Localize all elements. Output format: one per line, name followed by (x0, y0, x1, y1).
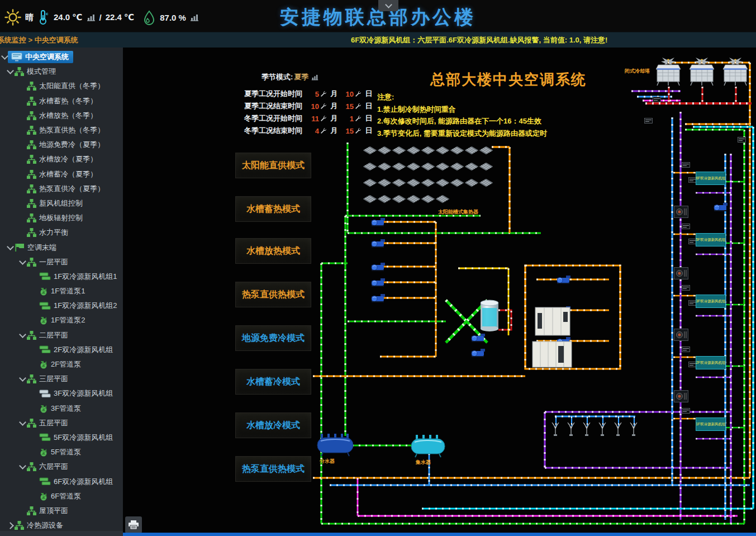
sidebar-item-21[interactable]: 2F管道泵 (0, 357, 123, 372)
chevron-down-icon[interactable] (19, 331, 26, 338)
sidebar-item-10[interactable]: 新风机组控制 (0, 196, 123, 211)
pump-symbol[interactable] (372, 218, 385, 226)
edit-wrench-icon[interactable] (355, 127, 362, 134)
panel-symbol[interactable] (436, 179, 449, 187)
pump-symbol[interactable] (472, 349, 485, 357)
panel-symbol[interactable] (392, 163, 406, 170)
sidebar-item-17[interactable]: 1F双冷源新风机组2 (0, 298, 123, 313)
sidebar-item-13[interactable]: 空调末端 (0, 240, 123, 254)
panel-symbol[interactable] (436, 195, 449, 203)
chevron-down-icon[interactable] (19, 419, 26, 426)
sidebar-item-4[interactable]: 水槽放热（冬季） (0, 108, 123, 123)
panel-symbol[interactable] (407, 163, 420, 170)
floor-ahu-box-3[interactable]: 2F双冷源新风机组 (696, 356, 726, 369)
panel-symbol[interactable] (407, 146, 420, 154)
sidebar-item-9[interactable]: 热泵直供冷（夏季） (0, 182, 123, 196)
mode-button-1[interactable]: 水槽蓄热模式 (235, 196, 311, 222)
sidebar-item-8[interactable]: 水槽蓄冷（夏季） (0, 167, 123, 182)
header-collapse-button[interactable] (378, 0, 398, 11)
mode-button-5[interactable]: 水槽蓄冷模式 (235, 369, 311, 395)
breadcrumb[interactable]: 系统监控 > 中央空调系统 (0, 35, 78, 45)
panel-symbol[interactable] (436, 146, 449, 154)
sidebar-item-27[interactable]: 5F管道泵 (0, 445, 123, 459)
schedule-month-value[interactable]: 11 (307, 115, 319, 123)
chevron-down-icon[interactable] (19, 462, 26, 469)
sidebar-item-26[interactable]: 5F双冷源新风机组 (0, 430, 123, 445)
edit-wrench-icon[interactable] (320, 115, 327, 122)
panel-symbol[interactable] (363, 195, 377, 203)
heat-pump-unit-b[interactable] (532, 341, 572, 367)
edit-wrench-icon[interactable] (355, 115, 362, 122)
chevron-down-icon[interactable] (7, 67, 14, 74)
sidebar-item-1[interactable]: 模式管理 (0, 64, 123, 79)
water-separator-tank[interactable] (317, 434, 353, 456)
chevron-down-icon[interactable] (19, 258, 26, 265)
panel-symbol[interactable] (378, 146, 391, 154)
floor-ahu-box-0[interactable]: 6F双冷源新风机组 (696, 172, 726, 185)
panel-symbol[interactable] (392, 195, 406, 203)
edit-wrench-icon[interactable] (320, 91, 327, 97)
water-collector-tank[interactable] (411, 435, 445, 457)
mode-button-2[interactable]: 水槽放热模式 (235, 238, 311, 264)
panel-symbol[interactable] (450, 146, 464, 154)
panel-symbol[interactable] (479, 179, 493, 187)
schedule-day-value[interactable]: 15 (341, 127, 354, 135)
sidebar-item-23[interactable]: 3F双冷源新风机组 (0, 386, 123, 401)
panel-symbol[interactable] (378, 179, 391, 187)
schedule-month-value[interactable]: 5 (307, 90, 319, 98)
sidebar-item-28[interactable]: 六层平面 (0, 459, 123, 474)
sidebar-item-29[interactable]: 6F双冷源新风机组 (0, 474, 123, 488)
sidebar-item-14[interactable]: 一层平面 (0, 255, 123, 269)
pump-symbol[interactable] (372, 294, 385, 302)
sidebar-item-32[interactable]: 冷热源设备 (0, 518, 123, 531)
schedule-day-value[interactable]: 10 (341, 90, 354, 98)
selected-node-highlight[interactable]: 中央空调系统 (8, 51, 73, 63)
storage-tank[interactable] (481, 300, 498, 331)
heat-pump-unit-a[interactable] (535, 307, 570, 335)
chevron-right-icon[interactable] (7, 522, 14, 529)
panel-symbol[interactable] (392, 179, 406, 187)
sidebar-item-20[interactable]: 2F双冷源新风机组 (0, 343, 123, 357)
pump-symbol[interactable] (372, 278, 385, 287)
panel-symbol[interactable] (407, 179, 420, 187)
sidebar-item-25[interactable]: 五层平面 (0, 416, 123, 430)
schedule-month-value[interactable]: 10 (307, 102, 319, 111)
sidebar-item-16[interactable]: 1F管道泵1 (0, 284, 123, 298)
panel-symbol[interactable] (421, 195, 435, 203)
chevron-down-icon[interactable] (1, 53, 8, 60)
panel-symbol[interactable] (363, 163, 377, 170)
fanbox-symbol[interactable] (674, 206, 688, 218)
sidebar-item-2[interactable]: 太阳能直供（冬季） (0, 79, 123, 93)
mode-button-7[interactable]: 热泵直供热模式 (235, 456, 311, 482)
schedule-month-value[interactable]: 4 (307, 127, 319, 135)
panel-symbol[interactable] (465, 163, 478, 170)
sidebar-item-11[interactable]: 地板辐射控制 (0, 211, 123, 225)
fanbox-symbol[interactable] (674, 268, 688, 279)
sidebar-item-19[interactable]: 二层平面 (0, 328, 123, 343)
edit-wrench-icon[interactable] (320, 127, 327, 134)
fanbox-symbol[interactable] (674, 329, 688, 341)
sidebar-item-18[interactable]: 1F管道泵2 (0, 313, 123, 328)
mode-button-4[interactable]: 地源免费冷模式 (235, 325, 311, 351)
panel-symbol[interactable] (421, 163, 435, 170)
pump-symbol[interactable] (372, 263, 385, 271)
edit-wrench-icon[interactable] (355, 91, 362, 97)
panel-symbol[interactable] (378, 195, 391, 203)
floor-ahu-box-4[interactable]: 1F双冷源新风机组 (696, 418, 726, 431)
panel-symbol[interactable] (479, 163, 493, 170)
fanbox-symbol[interactable] (674, 391, 688, 402)
panel-symbol[interactable] (421, 179, 435, 187)
trend-chart-icon[interactable] (311, 74, 318, 80)
mode-button-6[interactable]: 水槽放冷模式 (235, 412, 311, 438)
panel-symbol[interactable] (465, 179, 478, 187)
panel-symbol[interactable] (392, 146, 406, 154)
panel-symbol[interactable] (363, 179, 377, 187)
print-button[interactable] (125, 516, 142, 533)
floor-ahu-box-2[interactable]: 3F双冷源新风机组 (696, 295, 726, 308)
panel-symbol[interactable] (421, 146, 435, 154)
sidebar-item-0[interactable]: 中央空调系统 (0, 50, 123, 64)
pump-symbol[interactable] (557, 276, 570, 284)
sidebar-item-12[interactable]: 水力平衡 (0, 225, 123, 240)
panel-symbol[interactable] (378, 163, 391, 170)
sidebar-item-3[interactable]: 水槽蓄热（冬季） (0, 94, 123, 108)
